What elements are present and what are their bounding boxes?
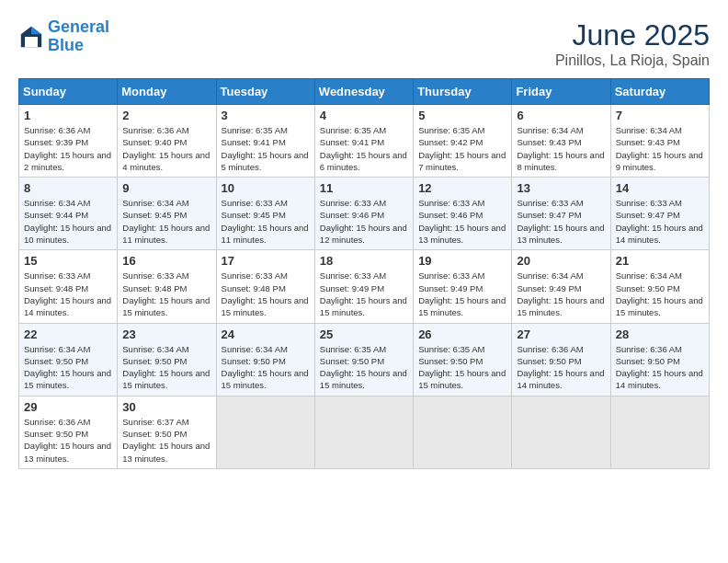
table-row: 23Sunrise: 6:34 AMSunset: 9:50 PMDayligh…: [118, 323, 216, 396]
svg-marker-1: [31, 27, 41, 34]
table-row: 26Sunrise: 6:35 AMSunset: 9:50 PMDayligh…: [414, 323, 512, 396]
table-row: 14Sunrise: 6:33 AMSunset: 9:47 PMDayligh…: [610, 178, 709, 250]
table-row: 18Sunrise: 6:33 AMSunset: 9:49 PMDayligh…: [314, 250, 413, 323]
table-row: [610, 396, 709, 468]
table-row: 11Sunrise: 6:33 AMSunset: 9:46 PMDayligh…: [314, 178, 413, 250]
table-row: 12Sunrise: 6:33 AMSunset: 9:46 PMDayligh…: [414, 178, 512, 250]
col-header-friday: Friday: [512, 79, 610, 105]
logo-text: General Blue: [48, 18, 109, 55]
month-title: June 2025: [555, 18, 710, 52]
table-row: 4Sunrise: 6:35 AMSunset: 9:41 PMDaylight…: [314, 105, 413, 178]
table-row: 27Sunrise: 6:36 AMSunset: 9:50 PMDayligh…: [512, 323, 610, 396]
table-row: 24Sunrise: 6:34 AMSunset: 9:50 PMDayligh…: [216, 323, 314, 396]
table-row: 5Sunrise: 6:35 AMSunset: 9:42 PMDaylight…: [414, 105, 512, 178]
table-row: [512, 396, 610, 468]
calendar-week-4: 22Sunrise: 6:34 AMSunset: 9:50 PMDayligh…: [19, 323, 710, 396]
table-row: 1Sunrise: 6:36 AMSunset: 9:39 PMDaylight…: [19, 105, 118, 178]
table-row: 17Sunrise: 6:33 AMSunset: 9:48 PMDayligh…: [216, 250, 314, 323]
table-row: 6Sunrise: 6:34 AMSunset: 9:43 PMDaylight…: [512, 105, 610, 178]
logo-icon: [18, 24, 44, 50]
col-header-thursday: Thursday: [414, 79, 512, 105]
col-header-saturday: Saturday: [610, 79, 709, 105]
calendar-week-2: 8Sunrise: 6:34 AMSunset: 9:44 PMDaylight…: [19, 178, 710, 250]
location: Pinillos, La Rioja, Spain: [555, 52, 710, 69]
col-header-sunday: Sunday: [19, 79, 118, 105]
table-row: 19Sunrise: 6:33 AMSunset: 9:49 PMDayligh…: [414, 250, 512, 323]
svg-rect-2: [25, 37, 38, 47]
table-row: 28Sunrise: 6:36 AMSunset: 9:50 PMDayligh…: [610, 323, 709, 396]
calendar-header-row: SundayMondayTuesdayWednesdayThursdayFrid…: [19, 79, 710, 105]
table-row: 10Sunrise: 6:33 AMSunset: 9:45 PMDayligh…: [216, 178, 314, 250]
table-row: 25Sunrise: 6:35 AMSunset: 9:50 PMDayligh…: [314, 323, 413, 396]
col-header-tuesday: Tuesday: [216, 79, 314, 105]
table-row: 3Sunrise: 6:35 AMSunset: 9:41 PMDaylight…: [216, 105, 314, 178]
title-block: June 2025 Pinillos, La Rioja, Spain: [555, 18, 710, 69]
table-row: 15Sunrise: 6:33 AMSunset: 9:48 PMDayligh…: [19, 250, 118, 323]
table-row: [216, 396, 314, 468]
table-row: 29Sunrise: 6:36 AMSunset: 9:50 PMDayligh…: [19, 396, 118, 468]
table-row: 7Sunrise: 6:34 AMSunset: 9:43 PMDaylight…: [610, 105, 709, 178]
table-row: 20Sunrise: 6:34 AMSunset: 9:49 PMDayligh…: [512, 250, 610, 323]
table-row: 2Sunrise: 6:36 AMSunset: 9:40 PMDaylight…: [118, 105, 216, 178]
page-header: General Blue June 2025 Pinillos, La Rioj…: [18, 18, 710, 69]
calendar-week-5: 29Sunrise: 6:36 AMSunset: 9:50 PMDayligh…: [19, 396, 710, 468]
table-row: 22Sunrise: 6:34 AMSunset: 9:50 PMDayligh…: [19, 323, 118, 396]
col-header-monday: Monday: [118, 79, 216, 105]
col-header-wednesday: Wednesday: [314, 79, 413, 105]
calendar-week-1: 1Sunrise: 6:36 AMSunset: 9:39 PMDaylight…: [19, 105, 710, 178]
table-row: 8Sunrise: 6:34 AMSunset: 9:44 PMDaylight…: [19, 178, 118, 250]
calendar-table: SundayMondayTuesdayWednesdayThursdayFrid…: [18, 78, 710, 469]
table-row: 13Sunrise: 6:33 AMSunset: 9:47 PMDayligh…: [512, 178, 610, 250]
table-row: [314, 396, 413, 468]
table-row: 9Sunrise: 6:34 AMSunset: 9:45 PMDaylight…: [118, 178, 216, 250]
table-row: 30Sunrise: 6:37 AMSunset: 9:50 PMDayligh…: [118, 396, 216, 468]
table-row: 21Sunrise: 6:34 AMSunset: 9:50 PMDayligh…: [610, 250, 709, 323]
table-row: 16Sunrise: 6:33 AMSunset: 9:48 PMDayligh…: [118, 250, 216, 323]
table-row: [414, 396, 512, 468]
calendar-week-3: 15Sunrise: 6:33 AMSunset: 9:48 PMDayligh…: [19, 250, 710, 323]
logo: General Blue: [18, 18, 109, 55]
